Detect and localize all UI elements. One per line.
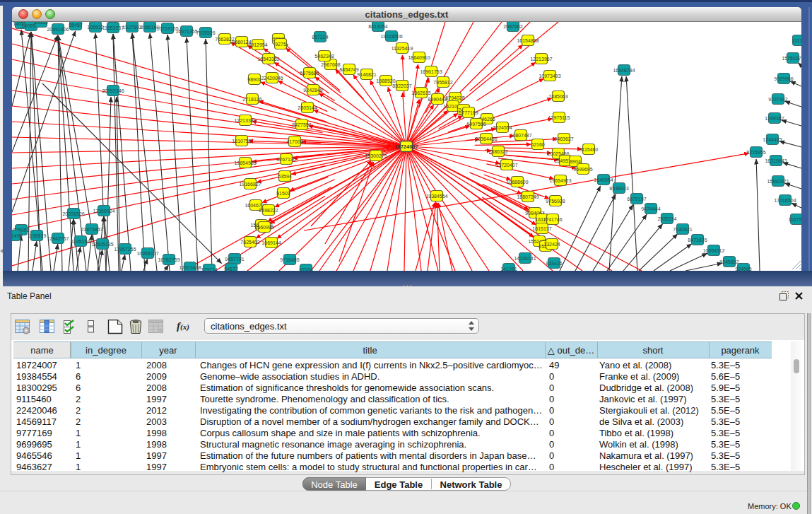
svg-text:7625402: 7625402 [240, 240, 259, 245]
svg-text:16154838: 16154838 [517, 38, 539, 43]
svg-text:9756928: 9756928 [546, 199, 565, 204]
svg-text:16543362: 16543362 [257, 57, 279, 62]
svg-text:10688609: 10688609 [506, 180, 528, 185]
svg-text:22420046: 22420046 [261, 76, 283, 81]
svg-text:9777169: 9777169 [459, 110, 478, 115]
svg-text:17957255: 17957255 [114, 247, 136, 252]
svg-text:1156819: 1156819 [28, 233, 47, 238]
svg-text:11653257: 11653257 [102, 25, 124, 30]
svg-text:10973493: 10973493 [539, 74, 560, 78]
svg-text:10958107: 10958107 [136, 251, 158, 256]
svg-text:1640954: 1640954 [594, 177, 613, 182]
svg-text:14136141: 14136141 [514, 256, 536, 261]
svg-text:9242848: 9242848 [303, 88, 322, 93]
svg-text:8990448: 8990448 [428, 97, 447, 102]
svg-text:2803144: 2803144 [298, 105, 317, 110]
svg-text:1209387: 1209387 [765, 116, 784, 121]
svg-text:8322037: 8322037 [392, 83, 411, 88]
svg-text:9115460: 9115460 [579, 147, 599, 152]
svg-text:8427552: 8427552 [292, 122, 311, 127]
svg-text:11325419: 11325419 [392, 46, 413, 51]
svg-text:11172: 11172 [792, 38, 801, 43]
svg-text:417004: 417004 [286, 139, 302, 144]
svg-text:933426: 933426 [546, 261, 562, 266]
svg-text:7886322: 7886322 [488, 149, 507, 154]
svg-text:2087682: 2087682 [503, 24, 522, 29]
svg-text:7632621: 7632621 [673, 227, 692, 232]
svg-text:9227342: 9227342 [768, 97, 787, 102]
svg-text:1610755: 1610755 [232, 139, 251, 144]
svg-text:20206526: 20206526 [62, 211, 84, 216]
svg-text:18640910: 18640910 [408, 55, 430, 60]
svg-text:105532: 105532 [87, 25, 103, 30]
svg-text:10654112: 10654112 [703, 248, 725, 253]
svg-text:9716485: 9716485 [280, 257, 299, 262]
svg-text:8912954: 8912954 [248, 42, 267, 47]
svg-text:10807487: 10807487 [510, 133, 531, 138]
svg-text:19654923: 19654923 [549, 178, 571, 183]
svg-text:12213967: 12213967 [530, 57, 552, 62]
svg-text:1560994: 1560994 [254, 225, 273, 230]
svg-text:129234: 129234 [201, 267, 217, 271]
svg-text:94577: 94577 [224, 267, 238, 271]
svg-text:12923448: 12923448 [179, 265, 201, 270]
svg-text:1669144: 1669144 [261, 240, 281, 245]
svg-text:8813054: 8813054 [368, 24, 387, 29]
svg-text:857224: 857224 [312, 35, 328, 40]
svg-text:20364436: 20364436 [475, 136, 497, 141]
svg-text:53594: 53594 [278, 174, 292, 179]
svg-text:8454749: 8454749 [339, 67, 358, 72]
svg-text:8904: 8904 [570, 159, 581, 164]
svg-text:1741746: 1741746 [543, 217, 562, 222]
svg-text:15751074: 15751074 [782, 56, 801, 61]
svg-text:924565: 924565 [735, 267, 751, 271]
svg-text:12505135: 12505135 [91, 242, 113, 247]
svg-text:2967608: 2967608 [321, 62, 340, 67]
svg-text:8498222: 8498222 [259, 208, 278, 213]
svg-text:17359924: 17359924 [93, 209, 114, 214]
svg-text:9474444: 9474444 [641, 206, 660, 211]
svg-text:19218506: 19218506 [380, 34, 402, 39]
svg-text:12975115: 12975115 [548, 115, 570, 120]
svg-text:1244415: 1244415 [763, 137, 782, 142]
svg-text:98901: 98901 [247, 77, 261, 82]
svg-text:18724007: 18724007 [394, 144, 418, 150]
svg-text:2935114: 2935114 [658, 216, 677, 221]
svg-text:6497568: 6497568 [466, 122, 486, 127]
svg-text:17016504: 17016504 [774, 198, 796, 203]
svg-text:15300275: 15300275 [365, 153, 387, 158]
svg-text:9245652: 9245652 [719, 259, 739, 264]
svg-text:97164: 97164 [299, 267, 313, 271]
svg-text:3024554: 3024554 [493, 125, 512, 130]
svg-text:7515526: 7515526 [196, 30, 215, 35]
svg-text:19166827: 19166827 [239, 182, 261, 187]
svg-text:12942757: 12942757 [47, 236, 69, 241]
svg-text:9275: 9275 [275, 42, 286, 47]
svg-text:16671355: 16671355 [175, 29, 197, 34]
svg-text:9329966: 9329966 [774, 76, 793, 81]
svg-text:19384554: 19384554 [425, 194, 447, 199]
svg-text:85457: 85457 [69, 23, 83, 28]
svg-text:81503: 81503 [276, 191, 290, 196]
svg-text:20553: 20553 [34, 22, 48, 25]
svg-text:6794028: 6794028 [445, 95, 464, 100]
svg-text:16210643: 16210643 [765, 158, 787, 163]
svg-text:7955812: 7955812 [433, 80, 452, 85]
svg-text:20053346: 20053346 [102, 88, 124, 93]
svg-text:1362615: 1362615 [411, 90, 430, 95]
svg-text:141361: 141361 [500, 267, 517, 271]
svg-text:9699695: 9699695 [573, 167, 592, 172]
svg-text:9463627: 9463627 [554, 136, 573, 141]
svg-text:7485063: 7485063 [548, 94, 567, 99]
svg-text:3267130: 3267130 [276, 157, 295, 162]
svg-text:19654985: 19654985 [234, 160, 256, 165]
svg-text:1145194: 1145194 [71, 239, 90, 244]
svg-text:8938923: 8938923 [609, 186, 628, 191]
svg-text:23975857: 23975857 [81, 227, 102, 232]
svg-text:132424: 132424 [543, 242, 560, 247]
svg-text:1615137: 1615137 [532, 226, 551, 231]
svg-text:5462348: 5462348 [314, 54, 334, 59]
svg-text:8471676: 8471676 [688, 238, 707, 243]
svg-text:1588520: 1588520 [376, 78, 395, 83]
svg-text:15720407: 15720407 [495, 163, 517, 168]
